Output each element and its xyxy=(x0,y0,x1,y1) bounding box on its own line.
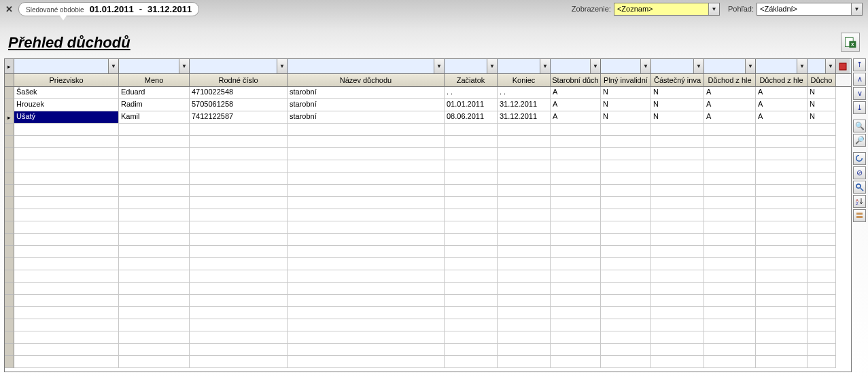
cell-zac[interactable] xyxy=(445,246,498,258)
cell-a[interactable] xyxy=(551,319,601,331)
cell-f[interactable] xyxy=(808,209,836,221)
tool-cancel-button[interactable]: ⊘ xyxy=(853,166,866,179)
cell-d[interactable] xyxy=(704,319,756,331)
zobrazenie-combo[interactable]: <Zoznam> ▼ xyxy=(614,3,720,16)
row-selector[interactable] xyxy=(5,124,14,136)
cell-zac[interactable] xyxy=(445,356,498,368)
cell-c[interactable] xyxy=(651,234,704,246)
cell-priezvisko[interactable] xyxy=(14,148,119,160)
table-row[interactable] xyxy=(5,258,851,270)
cell-c[interactable] xyxy=(651,270,704,283)
cell-c[interactable] xyxy=(651,283,704,295)
chevron-down-icon[interactable]: ▼ xyxy=(277,59,287,73)
cell-d[interactable] xyxy=(704,283,756,295)
chevron-down-icon[interactable]: ▼ xyxy=(745,59,755,73)
cell-c[interactable] xyxy=(651,246,704,258)
cell-d[interactable]: A xyxy=(704,99,756,111)
cell-kon[interactable] xyxy=(498,356,551,368)
chevron-down-icon[interactable]: ▼ xyxy=(640,59,650,73)
row-selector[interactable] xyxy=(5,160,14,173)
cell-e[interactable] xyxy=(756,221,808,234)
cell-zac[interactable] xyxy=(445,173,498,185)
cell-e[interactable] xyxy=(756,283,808,295)
cell-kon[interactable] xyxy=(498,148,551,160)
cell-priezvisko[interactable] xyxy=(14,234,119,246)
cell-b[interactable] xyxy=(601,221,651,234)
cell-c[interactable] xyxy=(651,307,704,319)
cell-nazev[interactable]: starobní xyxy=(288,99,445,111)
cell-nazev[interactable] xyxy=(288,136,445,148)
col-duch2[interactable]: Důchod z hle xyxy=(756,74,808,86)
cell-c[interactable] xyxy=(651,331,704,344)
table-row[interactable] xyxy=(5,197,851,209)
cell-d[interactable] xyxy=(704,221,756,234)
cell-nazev[interactable] xyxy=(288,356,445,368)
cell-a[interactable] xyxy=(551,331,601,344)
cell-e[interactable] xyxy=(756,197,808,209)
cell-b[interactable] xyxy=(601,258,651,270)
col-castecny[interactable]: Částečný inva xyxy=(651,74,704,86)
tool-section-button[interactable] xyxy=(853,209,866,222)
cell-e[interactable]: A xyxy=(756,87,808,99)
cell-zac[interactable] xyxy=(445,307,498,319)
cell-zac[interactable] xyxy=(445,234,498,246)
cell-kon[interactable] xyxy=(498,331,551,344)
cell-kon[interactable]: 31.12.2011 xyxy=(498,99,551,111)
col-koniec[interactable]: Koniec xyxy=(498,74,551,86)
cell-b[interactable] xyxy=(601,295,651,307)
go-first-button[interactable]: ⤒ xyxy=(853,58,866,71)
cell-zac[interactable] xyxy=(445,197,498,209)
cell-c[interactable]: N xyxy=(651,99,704,111)
cell-f[interactable] xyxy=(808,356,836,368)
cell-kon[interactable] xyxy=(498,185,551,197)
cell-e[interactable] xyxy=(756,258,808,270)
cell-e[interactable] xyxy=(756,136,808,148)
filter-starobni[interactable]: ▼ xyxy=(551,59,601,73)
cell-priezvisko[interactable] xyxy=(14,319,119,331)
cell-kon[interactable] xyxy=(498,270,551,283)
col-duch3[interactable]: Důcho xyxy=(808,74,836,86)
cell-priezvisko[interactable] xyxy=(14,246,119,258)
cell-f[interactable] xyxy=(808,160,836,173)
cell-e[interactable] xyxy=(756,307,808,319)
go-up-button[interactable]: ∧ xyxy=(853,73,866,86)
cell-rodne[interactable] xyxy=(190,173,288,185)
cell-priezvisko[interactable]: Ušatý xyxy=(14,111,119,124)
cell-rodne[interactable] xyxy=(190,246,288,258)
chevron-down-icon[interactable]: ▼ xyxy=(179,59,189,73)
cell-b[interactable] xyxy=(601,356,651,368)
table-row[interactable] xyxy=(5,124,851,136)
cell-rodne[interactable] xyxy=(190,258,288,270)
row-selector[interactable] xyxy=(5,258,14,270)
table-row[interactable] xyxy=(5,136,851,148)
row-selector[interactable] xyxy=(5,197,14,209)
cell-rodne[interactable] xyxy=(190,136,288,148)
row-selector[interactable] xyxy=(5,344,14,356)
table-row[interactable] xyxy=(5,246,851,258)
row-selector[interactable] xyxy=(5,173,14,185)
cell-meno[interactable] xyxy=(119,319,190,331)
cell-kon[interactable] xyxy=(498,344,551,356)
cell-f[interactable] xyxy=(808,148,836,160)
row-selector[interactable] xyxy=(5,148,14,160)
cell-zac[interactable] xyxy=(445,295,498,307)
cell-zac[interactable]: 01.01.2011 xyxy=(445,99,498,111)
row-selector[interactable] xyxy=(5,246,14,258)
cell-kon[interactable] xyxy=(498,258,551,270)
chevron-down-icon[interactable]: ▼ xyxy=(797,59,807,73)
cell-kon[interactable] xyxy=(498,307,551,319)
filter-castecny[interactable]: ▼ xyxy=(651,59,704,73)
cell-c[interactable] xyxy=(651,258,704,270)
cell-rodne[interactable] xyxy=(190,307,288,319)
cell-zac[interactable]: . . xyxy=(445,87,498,99)
cell-f[interactable] xyxy=(808,246,836,258)
cell-e[interactable] xyxy=(756,185,808,197)
table-row[interactable] xyxy=(5,283,851,295)
cell-b[interactable] xyxy=(601,124,651,136)
cell-priezvisko[interactable] xyxy=(14,307,119,319)
cell-f[interactable] xyxy=(808,221,836,234)
col-meno[interactable]: Meno xyxy=(119,74,190,86)
cell-kon[interactable] xyxy=(498,160,551,173)
cell-rodne[interactable] xyxy=(190,185,288,197)
cell-rodne[interactable] xyxy=(190,319,288,331)
